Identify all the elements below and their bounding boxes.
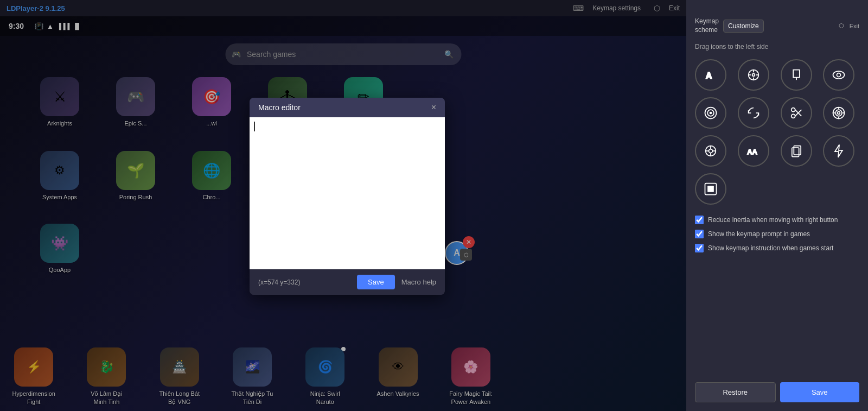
keymap-btn-joystick[interactable] — [695, 135, 726, 167]
macro-text-cursor — [254, 122, 255, 131]
macro-dialog-header: Macro editor × — [250, 98, 445, 117]
restore-button[interactable]: Restore — [695, 382, 776, 402]
checkbox-row-1: Reduce inertia when moving with right bu… — [695, 216, 859, 224]
drag-hint: Drag icons to the left side — [695, 43, 859, 50]
svg-rect-34 — [707, 186, 714, 192]
svg-point-25 — [709, 149, 713, 153]
macro-save-button[interactable]: Save — [357, 275, 395, 289]
keymap-btn-eye[interactable] — [823, 59, 854, 91]
svg-point-19 — [838, 112, 840, 115]
svg-point-14 — [791, 115, 795, 118]
svg-point-8 — [833, 71, 845, 79]
emulator-area: LDPlayer-2 9.1.25 ⌨ Keymap settings ⬡ Ex… — [0, 0, 686, 411]
keymap-scheme-label: Keymapscheme — [695, 17, 719, 34]
checkbox-keymap-instruction-label: Show keymap instruction when games start — [708, 244, 833, 252]
keymap-btn-aim[interactable] — [823, 97, 854, 129]
keymap-btn-record[interactable] — [695, 173, 726, 205]
keymap-btn-keyboard[interactable]: A — [695, 59, 726, 91]
macro-dialog-footer: (x=574 y=332) Save Macro help — [250, 269, 445, 295]
macro-coordinates: (x=574 y=332) — [258, 279, 300, 286]
keymap-scheme-select[interactable]: Customize — [723, 20, 764, 33]
checkbox-inertia[interactable] — [695, 216, 704, 224]
checkbox-inertia-label: Reduce inertia when moving with right bu… — [708, 216, 838, 224]
keymap-btn-rotate[interactable] — [738, 97, 769, 129]
macro-editor-dialog: Macro editor × (x=574 y=332) Save Macro … — [250, 98, 445, 295]
save-keymap-button[interactable]: Save — [780, 382, 860, 402]
exit-keymap-label[interactable]: Exit — [850, 23, 859, 29]
macro-footer-buttons: Save Macro help — [357, 275, 436, 289]
svg-text:AA: AA — [747, 148, 757, 156]
macro-dialog-title: Macro editor — [258, 103, 301, 112]
svg-point-9 — [837, 73, 841, 77]
svg-point-6 — [752, 74, 755, 77]
checkbox-keymap-prompt-label: Show the keymap prompt in games — [708, 230, 810, 238]
svg-rect-31 — [792, 148, 799, 156]
keymap-bottom-buttons: Restore Save — [695, 382, 859, 402]
exit-keymap-icon: ⬡ — [839, 22, 844, 29]
svg-point-18 — [835, 110, 842, 116]
keymap-btn-aa[interactable]: AA — [738, 135, 769, 167]
svg-text:A: A — [706, 71, 712, 80]
macro-editor-body[interactable] — [250, 117, 445, 269]
keymap-btn-crosshair[interactable] — [738, 59, 769, 91]
checkbox-row-3: Show keymap instruction when games start — [695, 244, 859, 252]
keymap-icon-grid: A AA — [695, 59, 859, 205]
macro-help-button[interactable]: Macro help — [401, 278, 436, 286]
checkbox-row-2: Show the keymap prompt in games — [695, 230, 859, 238]
macro-dialog-close-button[interactable]: × — [431, 103, 436, 112]
keymap-btn-copy[interactable] — [781, 135, 812, 167]
svg-rect-32 — [794, 146, 801, 155]
checkbox-keymap-instruction[interactable] — [695, 244, 704, 252]
keymap-btn-scissors[interactable] — [781, 97, 812, 129]
checkbox-section: Reduce inertia when moving with right bu… — [695, 216, 859, 252]
keymap-scheme-row: Keymapscheme Customize ⬡ Exit — [695, 17, 859, 34]
keymap-btn-lightning[interactable] — [823, 135, 854, 167]
svg-point-12 — [710, 112, 712, 115]
keymap-panel: Keymapscheme Customize ⬡ Exit Drag icons… — [686, 0, 868, 411]
checkbox-keymap-prompt[interactable] — [695, 230, 704, 238]
svg-point-13 — [791, 108, 795, 112]
keymap-btn-gamepad[interactable] — [695, 97, 726, 129]
keymap-btn-tap[interactable] — [781, 59, 812, 91]
